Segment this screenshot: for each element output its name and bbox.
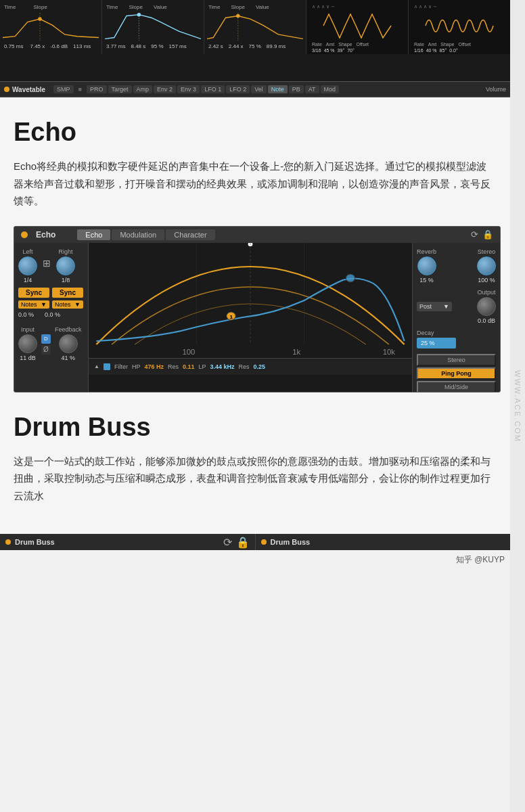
echo-sync-right-btn[interactable]: Sync <box>52 288 83 298</box>
echo-decay-bar[interactable]: 25 % <box>417 338 456 348</box>
echo-notes-right-btn[interactable]: Notes ▼ <box>52 300 83 309</box>
echo-reverb-ctrl: Reverb 15 % <box>417 248 436 284</box>
echo-center-viz: 1 100 1k 10k ▲ <box>89 243 412 392</box>
echo-reverb-knob[interactable] <box>417 256 436 275</box>
echo-feedback-knob[interactable] <box>59 334 78 353</box>
echo-reverb-value: 15 % <box>419 277 434 284</box>
daw-panel-3-values: 2.42 s 2.44 x 75 % 89.9 ms <box>207 42 303 51</box>
echo-stereo-ctrl: Stereo 100 % <box>477 248 496 284</box>
echo-tab-echo[interactable]: Echo <box>77 229 110 240</box>
wtab-vel[interactable]: Vel <box>251 85 267 93</box>
triangle-icon: ▲ <box>94 363 99 369</box>
svg-text:100: 100 <box>182 348 195 355</box>
wtab-target[interactable]: Target <box>108 85 132 93</box>
echo-plugin-tabs[interactable]: Echo Modulation Character <box>77 229 214 240</box>
echo-output-ctrl: Output 0.0 dB <box>477 289 496 324</box>
filter-label: Filter <box>114 363 128 370</box>
echo-ping-pong-btn[interactable]: Ping Pong <box>417 367 496 380</box>
wtab-smp[interactable]: SMP <box>53 85 74 93</box>
echo-right-label: Right <box>58 248 72 255</box>
echo-bottom-bar: ▲ Filter HP 476 Hz Res 0.11 LP 3.44 kHz … <box>89 358 412 375</box>
phi-badge[interactable]: Ø <box>41 345 51 355</box>
echo-mid-side-btn[interactable]: Mid/Side <box>417 381 496 392</box>
svg-text:10k: 10k <box>383 348 396 355</box>
drum-buss-dot-1 <box>5 539 11 545</box>
echo-right-controls: Reverb 15 % Stereo 100 % Post ▼ <box>412 243 500 392</box>
echo-output-value: 0.0 dB <box>478 317 495 324</box>
echo-plugin-dot <box>21 231 28 238</box>
wtab-amp[interactable]: Amp <box>133 85 153 93</box>
main-content: Echo Echo将经典的模拟和数字硬件延迟的声音集中在一个设备上-您的新入门延… <box>0 97 510 534</box>
echo-decay-row: Decay 25 % <box>417 330 496 348</box>
drum-buss-name-2: Drum Buss <box>271 538 311 546</box>
echo-stereo-value: 100 % <box>478 277 495 284</box>
wtab-env3[interactable]: Env 3 <box>177 85 200 93</box>
echo-feedback-group: Feedback 41 % <box>55 326 82 361</box>
wtab-env2[interactable]: Env 2 <box>154 85 176 93</box>
echo-tab-character[interactable]: Character <box>166 229 214 240</box>
filter-hp-label: HP <box>132 363 141 370</box>
d-badge[interactable]: D <box>41 334 51 344</box>
wavetable-tabs: SMP ■ PRO Target Amp Env 2 Env 3 LFO 1 L… <box>53 85 339 93</box>
filter-res1-value: 0.11 <box>183 363 195 370</box>
echo-left-value: 1/4 <box>24 277 32 284</box>
echo-left-knob[interactable] <box>18 256 37 275</box>
wtab-note[interactable]: Note <box>268 85 288 93</box>
drum-buss-title: Drum Buss <box>14 413 497 442</box>
wtab-lfo2[interactable]: LFO 2 <box>226 85 250 93</box>
watermark: WWW.ACE.COM <box>510 0 525 812</box>
echo-post-output-row: Post ▼ Output 0.0 dB <box>417 289 496 324</box>
echo-input-group: Input 11 dB <box>18 326 37 361</box>
echo-right-value: 1/8 <box>62 277 70 284</box>
echo-input-ctrl: Input 11 dB D Ø Feedback 41 % <box>18 321 84 361</box>
echo-right-pct: 0.0 % <box>45 311 60 318</box>
bottom-plugin-drum-buss-1: Drum Buss ⟳ 🔒 <box>0 534 256 550</box>
wavetable-dot <box>4 87 9 92</box>
wtab-pb[interactable]: PB <box>289 85 304 93</box>
echo-output-label: Output <box>477 289 495 296</box>
echo-notes-row: Notes ▼ Notes ▼ <box>18 300 84 309</box>
wtab-at[interactable]: AT <box>305 85 319 93</box>
echo-tab-modulation[interactable]: Modulation <box>112 229 164 240</box>
drum-buss-section: Drum Buss 这是一个一站式的鼓工作站，能够添加微妙的鼓点或按照你的意愿强… <box>14 413 497 505</box>
echo-input-label: Input <box>21 326 35 333</box>
echo-lr-knobs-row: Left 1/4 ⊞ Right 1/8 <box>18 248 84 284</box>
volume-label: Volume <box>486 86 506 93</box>
lock-icon[interactable]: 🔒 <box>482 229 493 240</box>
wtab-pro[interactable]: PRO <box>87 85 107 93</box>
drum-buss-refresh-icon[interactable]: ⟳ <box>223 536 232 549</box>
drum-buss-description: 这是一个一站式的鼓工作站，能够添加微妙的鼓点或按照你的意愿强劲的击鼓。增加驱动和… <box>14 453 497 505</box>
echo-reverb-label: Reverb <box>417 248 436 255</box>
echo-output-knob[interactable] <box>477 297 496 316</box>
echo-stereo-btn[interactable]: Stereo <box>417 354 496 366</box>
echo-right-top: Reverb 15 % Stereo 100 % <box>417 248 496 284</box>
filter-hp-value: 476 Hz <box>144 363 164 370</box>
echo-post-dropdown[interactable]: Post ▼ <box>417 302 452 311</box>
echo-input-knob[interactable] <box>18 334 37 353</box>
echo-sync-row: Sync Sync <box>18 288 84 298</box>
echo-stereo-knob[interactable] <box>477 256 496 275</box>
wtab-mod[interactable]: Mod <box>321 85 340 93</box>
filter-color-box <box>104 363 110 370</box>
drum-buss-lock-icon[interactable]: 🔒 <box>236 536 250 549</box>
echo-link-icon[interactable]: ⊞ <box>43 258 51 269</box>
echo-title: Echo <box>14 118 497 147</box>
echo-left-controls: Left 1/4 ⊞ Right 1/8 Sync Sync <box>14 243 89 392</box>
echo-input-feedback-row: Input 11 dB D Ø Feedback 41 % <box>18 326 84 361</box>
refresh-icon[interactable]: ⟳ <box>471 229 478 240</box>
echo-feedback-value: 41 % <box>62 355 76 361</box>
bottom-plugin-row: Drum Buss ⟳ 🔒 Drum Buss <box>0 534 510 550</box>
wavetable-label: Wavetable <box>12 86 45 93</box>
filter-lp-value: 3.44 kHz <box>210 363 235 370</box>
echo-sync-left-btn[interactable]: Sync <box>18 288 49 298</box>
zhihu-badge: 知乎 @KUYP <box>456 555 505 564</box>
svg-text:1k: 1k <box>292 348 301 355</box>
echo-right-knob[interactable] <box>56 256 75 275</box>
echo-svg: 1 100 1k 10k <box>89 243 412 358</box>
echo-notes-left-btn[interactable]: Notes ▼ <box>18 300 49 309</box>
echo-plugin-header: Echo Echo Modulation Character ⟳ 🔒 <box>14 227 500 243</box>
drum-buss-dot-2 <box>261 539 267 545</box>
echo-stereo-label: Stereo <box>478 248 496 255</box>
wtab-lfo1[interactable]: LFO 1 <box>201 85 225 93</box>
svg-point-11 <box>346 274 355 282</box>
